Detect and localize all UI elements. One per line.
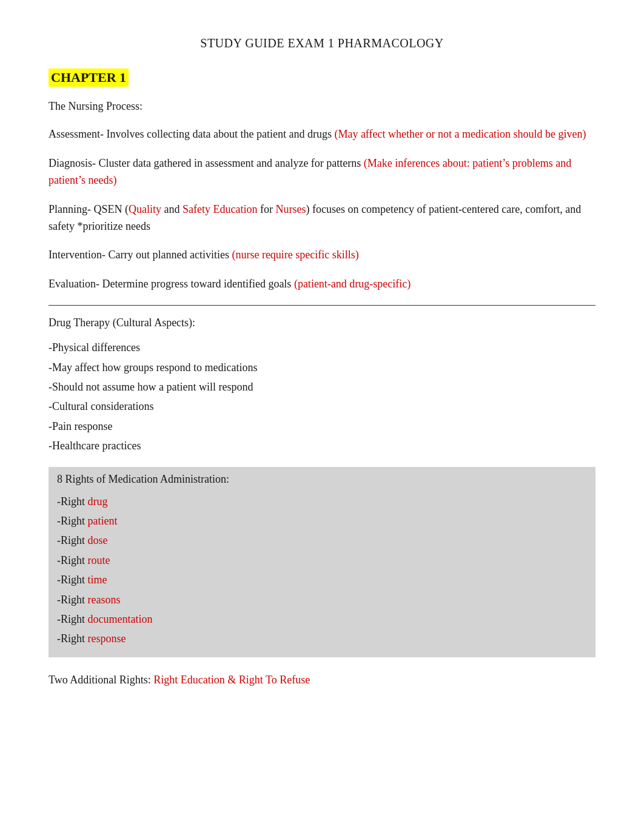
intervention-black: Intervention- Carry out planned activiti… bbox=[49, 249, 232, 261]
right-dose-red: dose bbox=[88, 534, 108, 546]
page-title: STUDY GUIDE EXAM 1 PHARMACOLOGY bbox=[49, 36, 595, 50]
right-dose-black: -Right bbox=[57, 534, 88, 546]
right-time-black: -Right bbox=[57, 574, 88, 586]
evaluation-red: (patient-and drug-specific) bbox=[294, 278, 411, 290]
planning-black-before: Planning- QSEN ( bbox=[49, 203, 129, 215]
right-documentation-red: documentation bbox=[88, 613, 153, 625]
additional-rights: Two Additional Rights: Right Education &… bbox=[49, 672, 595, 688]
planning-red-quality: Quality bbox=[129, 203, 161, 215]
list-item: -May affect how groups respond to medica… bbox=[49, 358, 595, 377]
right-route-red: route bbox=[88, 554, 110, 566]
diagnosis-black: Diagnosis- Cluster data gathered in asse… bbox=[49, 157, 364, 169]
list-item: -Physical differences bbox=[49, 338, 595, 357]
rights-section: 8 Rights of Medication Administration: -… bbox=[49, 467, 595, 657]
list-item: -Right response bbox=[57, 629, 587, 648]
list-item: -Right patient bbox=[57, 511, 587, 531]
list-item: -Healthcare practices bbox=[49, 436, 595, 455]
right-patient-black: -Right bbox=[57, 515, 88, 527]
right-drug-black: -Right bbox=[57, 495, 88, 508]
list-item: -Right drug bbox=[57, 492, 587, 511]
additional-rights-black: Two Additional Rights: bbox=[49, 674, 153, 686]
chapter-heading: CHAPTER 1 bbox=[49, 69, 129, 87]
diagnosis-item: Diagnosis- Cluster data gathered in asse… bbox=[49, 155, 595, 189]
assessment-red: (May affect whether or not a medication … bbox=[334, 128, 586, 140]
evaluation-black: Evaluation- Determine progress toward id… bbox=[49, 278, 294, 290]
section-divider bbox=[49, 305, 595, 306]
right-time-red: time bbox=[88, 574, 107, 586]
list-item: -Right route bbox=[57, 551, 587, 570]
planning-red-nurses: Nurses bbox=[275, 203, 306, 215]
evaluation-item: Evaluation- Determine progress toward id… bbox=[49, 276, 595, 293]
assessment-item: Assessment- Involves collecting data abo… bbox=[49, 126, 595, 143]
planning-red-safety: Safety Education bbox=[183, 203, 257, 215]
list-item: -Right documentation bbox=[57, 609, 587, 629]
nursing-process-label: The Nursing Process: bbox=[49, 100, 595, 113]
rights-list: -Right drug -Right patient -Right dose -… bbox=[57, 492, 587, 649]
planning-black-for: for bbox=[257, 203, 275, 215]
drug-therapy-title: Drug Therapy (Cultural Aspects): bbox=[49, 317, 595, 329]
intervention-red: (nurse require specific skills) bbox=[232, 249, 358, 261]
right-reasons-black: -Right bbox=[57, 594, 88, 606]
right-reasons-red: reasons bbox=[88, 594, 121, 606]
right-documentation-black: -Right bbox=[57, 613, 88, 625]
drug-therapy-section: Drug Therapy (Cultural Aspects): -Physic… bbox=[49, 317, 595, 455]
list-item: -Cultural considerations bbox=[49, 397, 595, 416]
right-response-red: response bbox=[88, 632, 126, 645]
right-route-black: -Right bbox=[57, 554, 88, 566]
rights-title: 8 Rights of Medication Administration: bbox=[57, 473, 587, 486]
right-drug-red: drug bbox=[88, 495, 108, 508]
list-item: -Right reasons bbox=[57, 590, 587, 609]
drug-therapy-list: -Physical differences -May affect how gr… bbox=[49, 338, 595, 455]
planning-black-and: and bbox=[161, 203, 183, 215]
list-item: -Pain response bbox=[49, 417, 595, 436]
right-patient-red: patient bbox=[88, 515, 118, 527]
list-item: -Right time bbox=[57, 570, 587, 589]
right-response-black: -Right bbox=[57, 632, 88, 645]
intervention-item: Intervention- Carry out planned activiti… bbox=[49, 247, 595, 264]
list-item: -Should not assume how a patient will re… bbox=[49, 377, 595, 397]
list-item: -Right dose bbox=[57, 531, 587, 550]
assessment-black: Assessment- Involves collecting data abo… bbox=[49, 128, 334, 140]
planning-item: Planning- QSEN (Quality and Safety Educa… bbox=[49, 201, 595, 235]
additional-rights-red: Right Education & Right To Refuse bbox=[153, 674, 310, 686]
